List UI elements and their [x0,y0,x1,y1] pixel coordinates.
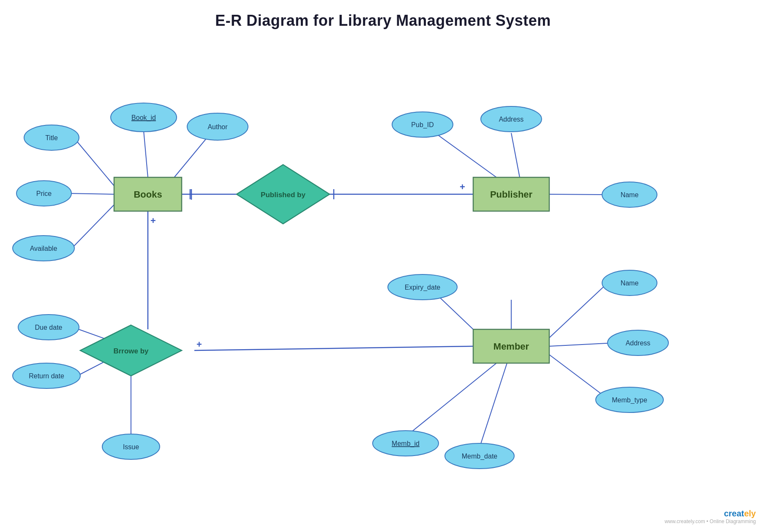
rel-brrowe-by-label: Brrowe by [113,347,149,355]
svg-line-19 [480,363,507,448]
svg-line-22 [194,346,473,350]
svg-line-15 [549,285,605,338]
entity-books-label: Books [134,189,162,200]
svg-line-18 [408,363,496,435]
attr-return-date-label: Return date [29,372,64,380]
attr-available-label: Available [30,245,57,252]
svg-line-16 [549,343,615,346]
svg-line-4 [71,205,114,249]
attr-address-member-label: Address [626,339,651,347]
attr-name-publisher-label: Name [621,191,639,198]
svg-line-12 [549,194,604,195]
svg-text:+: + [150,215,156,226]
svg-line-3 [68,193,114,194]
svg-line-1 [75,139,114,186]
watermark: creately www.creately.com • Online Diagr… [665,509,756,524]
page-title: E-R Diagram for Library Management Syste… [0,0,766,30]
diagram-area: + + + Books Publisher Member Published b… [0,38,766,528]
entity-publisher-label: Publisher [490,189,533,200]
attr-expiry-date-label: Expiry_date [405,284,441,291]
svg-text:+: + [196,339,202,350]
svg-line-0 [144,131,148,177]
attr-memb-date-label: Memb_date [462,453,498,460]
svg-line-11 [511,133,520,177]
attr-author-label: Author [207,123,228,130]
attr-memb-type-label: Memb_type [612,396,647,404]
er-diagram-svg: + + + Books Publisher Member Published b… [0,38,766,528]
attr-issue-label: Issue [123,443,139,451]
attr-memb-id-label: Memb_id [392,440,420,448]
entity-member-label: Member [493,341,529,352]
attr-address-publisher-label: Address [499,116,524,123]
attr-pub-id-label: Pub_ID [411,121,433,129]
svg-text:+: + [460,182,465,192]
attr-price-label: Price [36,190,52,197]
attr-due-date-label: Due date [35,324,63,331]
attr-book-id-label: Book_id [131,114,156,122]
attr-name-member-label: Name [621,280,639,287]
attr-title-label: Title [45,134,58,141]
rel-published-by-label: Published by [261,191,305,199]
